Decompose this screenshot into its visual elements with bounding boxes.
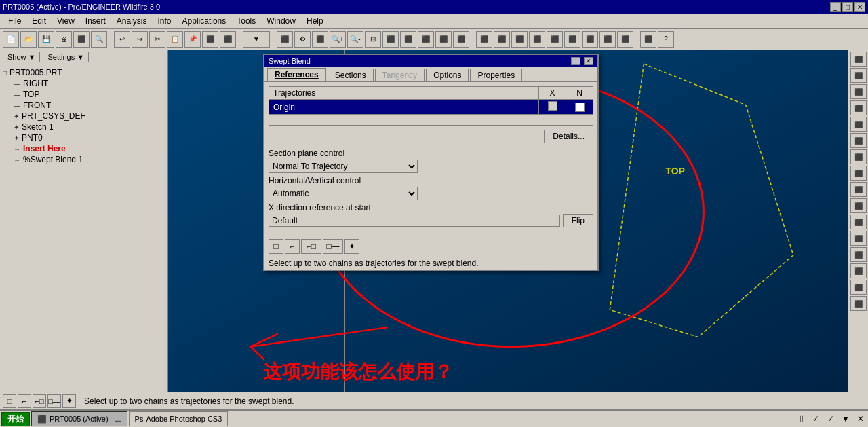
tb14[interactable]: ⬛ [418,31,434,48]
undo-btn[interactable]: ↩ [114,31,130,48]
tree-item-swept[interactable]: → %Swept Blend 1 [14,154,164,165]
copy-btn[interactable]: 📋 [167,31,183,48]
hv-control-select[interactable]: Automatic X-Trajectory Normal To Surface [269,187,418,200]
3d-view-area[interactable]: TOP Swept Blend _ ✕ References [168,50,848,392]
tree-item-csys[interactable]: ✦ PRT_CSYS_DEF [14,111,164,122]
new-btn[interactable]: 📄 [3,31,19,48]
x-dir-input[interactable] [269,215,560,227]
tree-item-prt[interactable]: □ PRT0005.PRT [3,67,164,78]
tb18[interactable]: ⬛ [494,31,510,48]
menu-info[interactable]: Info [153,15,177,27]
start-button[interactable]: 开始 [1,412,30,426]
tb11[interactable]: ⬛ [312,31,328,48]
tb5[interactable]: 🔍 [91,31,107,48]
print-btn[interactable]: 🖨 [56,31,72,48]
icon-square[interactable]: □ [269,239,283,254]
tb10[interactable]: ⚙ [294,31,311,48]
traj-x-checkbox[interactable] [548,101,557,111]
tb24[interactable]: ⬛ [599,31,616,48]
icon-curve[interactable]: ⌐ [285,239,300,254]
tb21[interactable]: ⬛ [547,31,563,48]
tab-options[interactable]: Options [426,69,469,81]
icon-chain[interactable]: ⌐□ [301,239,321,254]
save-btn[interactable]: 💾 [38,31,54,48]
rp-12[interactable]: ⬛ [850,231,867,246]
tb12[interactable]: ⬛ [382,31,399,48]
rp-2[interactable]: ⬛ [850,68,867,83]
tree-item-pnt[interactable]: ✦ PNT0 [14,132,164,143]
details-button[interactable]: Details... [544,130,593,143]
rp-8[interactable]: ⬛ [850,166,867,181]
b-icon-3[interactable]: ⌐□ [33,394,46,408]
dialog-minimize[interactable]: _ [571,57,580,65]
zoom-fit[interactable]: ⊡ [365,31,381,48]
check2-btn[interactable]: ✓ [825,413,837,425]
tb9[interactable]: ⬛ [277,31,293,48]
minimize-btn[interactable]: _ [830,2,841,12]
rp-1[interactable]: ⬛ [850,52,867,67]
close-btn[interactable]: ✕ [854,2,865,12]
tb15[interactable]: ⬛ [435,31,452,48]
tree-item-front[interactable]: — FRONT [14,100,164,111]
rp-7[interactable]: ⬛ [850,149,867,164]
rp-4[interactable]: ⬛ [850,100,867,115]
paste-btn[interactable]: 📌 [184,31,201,48]
tree-item-sketch[interactable]: ✦ Sketch 1 [14,122,164,132]
show-button[interactable]: Show ▼ [3,52,40,62]
tb25[interactable]: ⬛ [617,31,633,48]
traj-x-origin[interactable] [539,100,566,115]
icon-line[interactable]: □— [323,239,343,254]
b-icon-4[interactable]: □— [47,394,61,408]
tab-sections[interactable]: Sections [328,69,374,81]
tree-item-right[interactable]: — RIGHT [14,78,164,89]
maximize-btn[interactable]: □ [842,2,853,12]
tab-properties[interactable]: Properties [470,69,522,81]
tb20[interactable]: ⬛ [529,31,545,48]
tb27[interactable]: ? [658,31,674,48]
dialog-close[interactable]: ✕ [584,57,593,65]
traj-n-checkbox[interactable]: ✓ [575,103,585,112]
menu-window[interactable]: Window [261,15,301,27]
taskbar-proengineer[interactable]: ⬛ PRT0005 (Active) - ... [31,411,127,426]
rp-6[interactable]: ⬛ [850,133,867,148]
flip-button[interactable]: Flip [563,214,593,227]
rp-5[interactable]: ⬛ [850,117,867,132]
menu-edit[interactable]: Edit [26,15,52,27]
tb13[interactable]: ⬛ [400,31,416,48]
traj-n-origin[interactable]: ✓ [566,100,593,115]
zoom-in[interactable]: 🔍+ [330,31,346,48]
menu-file[interactable]: File [3,15,26,27]
b-icon-1[interactable]: □ [3,394,16,408]
rp-3[interactable]: ⬛ [850,84,867,99]
dialog-controls[interactable]: _ ✕ [570,56,593,65]
tb7[interactable]: ⬛ [220,31,236,48]
tb17[interactable]: ⬛ [476,31,492,48]
rp-13[interactable]: ⬛ [850,247,867,262]
tab-tangency[interactable]: Tangency [375,69,425,81]
open-btn[interactable]: 📂 [20,31,37,48]
tb16[interactable]: ⬛ [453,31,469,48]
titlebar-controls[interactable]: _ □ ✕ [830,2,865,12]
icon-point[interactable]: ✦ [344,239,359,254]
tb6[interactable]: ⬛ [202,31,218,48]
traj-row-origin[interactable]: Origin ✓ [269,100,593,115]
tree-item-top[interactable]: — TOP [14,89,164,100]
taskbar-photoshop[interactable]: Ps Adobe Photoshop CS3 [129,411,229,426]
rp-14[interactable]: ⬛ [850,263,867,278]
menu-help[interactable]: Help [301,15,329,27]
b-icon-5[interactable]: ✦ [62,394,76,408]
tree-item-insert[interactable]: → Insert Here [14,143,164,154]
tab-references[interactable]: References [267,68,326,81]
rp-15[interactable]: ⬛ [850,280,867,295]
tb4[interactable]: ⬛ [73,31,90,48]
settings-button[interactable]: Settings ▼ [43,52,89,62]
rp-11[interactable]: ⬛ [850,215,867,229]
zoom-out[interactable]: 🔍- [347,31,363,48]
rp-9[interactable]: ⬛ [850,182,867,197]
check-btn[interactable]: ✓ [810,413,822,425]
b-icon-2[interactable]: ⌐ [18,394,31,408]
menu-view[interactable]: View [52,15,80,27]
rp-10[interactable]: ⬛ [850,198,867,213]
pause-btn[interactable]: ⏸ [795,413,807,425]
rp-16[interactable]: ⬛ [850,296,867,311]
